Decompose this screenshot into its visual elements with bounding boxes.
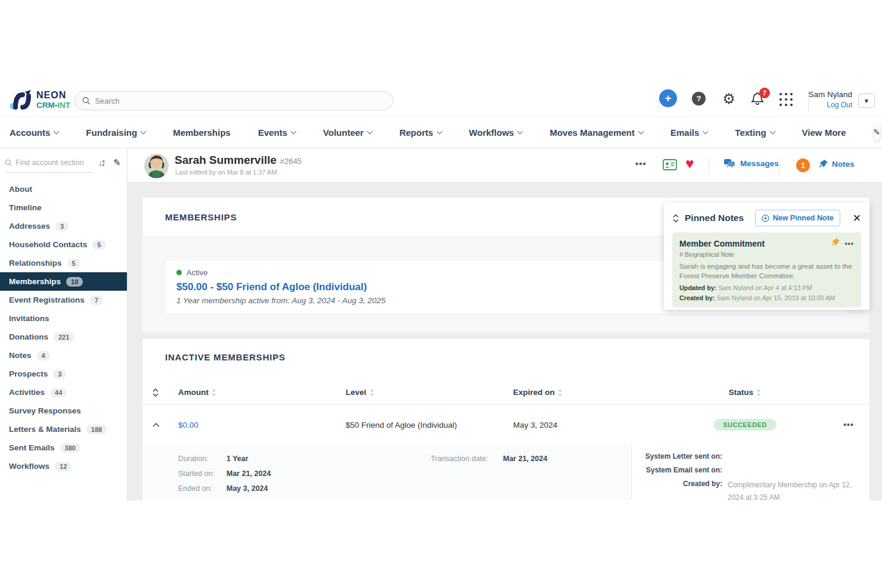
- sort-icon: [369, 389, 374, 396]
- chevron-down-icon: [638, 128, 644, 134]
- logo-int-text: INT: [57, 101, 70, 110]
- account-sidebar: ↓AZ ✎ About Timeline Addresses3 Househol…: [0, 149, 128, 500]
- nav-accounts[interactable]: Accounts: [10, 127, 58, 138]
- find-section-box[interactable]: [5, 158, 93, 173]
- help-icon[interactable]: ?: [692, 92, 706, 105]
- nav-workflows[interactable]: Workflows: [469, 127, 523, 138]
- chevron-down-icon: [291, 128, 297, 134]
- collapse-row-icon[interactable]: [152, 422, 160, 428]
- global-search[interactable]: [74, 91, 393, 110]
- close-icon[interactable]: ✕: [853, 213, 861, 223]
- note-tag: # Biographical Note: [679, 251, 854, 258]
- messages-icon: [723, 158, 735, 169]
- messages-button[interactable]: Messages: [723, 158, 779, 169]
- sidebar-item-memberships[interactable]: Memberships10: [0, 272, 127, 291]
- gear-icon[interactable]: ⚙: [720, 88, 737, 110]
- find-section-input[interactable]: [15, 158, 86, 167]
- note-updated: Updated by: Sam Nyland on Apr 4 at 4:13 …: [679, 284, 854, 291]
- notes-button[interactable]: Notes: [819, 160, 855, 169]
- apps-grid-icon[interactable]: [779, 92, 794, 107]
- sidebar-item-household-contacts[interactable]: Household Contacts5: [0, 235, 127, 254]
- row-amount-link[interactable]: $0.00: [178, 421, 198, 430]
- nav-view-more[interactable]: View More: [802, 127, 846, 138]
- new-pinned-note-button[interactable]: New Pinned Note: [755, 210, 840, 226]
- notes-label: Notes: [832, 160, 855, 169]
- sidebar-item-donations[interactable]: Donations221: [0, 328, 127, 346]
- chevron-down-icon: [769, 128, 775, 134]
- search-input[interactable]: [95, 97, 386, 105]
- nav-memberships[interactable]: Memberships: [173, 127, 231, 138]
- pin-icon[interactable]: [831, 238, 840, 249]
- nav-moves-management[interactable]: Moves Management: [549, 127, 643, 138]
- sidebar-item-invitations[interactable]: Invitations: [0, 309, 127, 328]
- chevron-down-icon: [436, 128, 442, 134]
- profile-header: Sarah Summerville#2645 Last edited by on…: [128, 149, 882, 183]
- user-menu-dropdown[interactable]: ▼: [858, 94, 875, 108]
- detail-duration: Duration:1 Year: [142, 455, 631, 463]
- main-nav: Accounts Fundraising Memberships Events …: [0, 116, 882, 148]
- nav-events[interactable]: Events: [258, 127, 296, 138]
- column-header-status[interactable]: Status: [729, 388, 761, 397]
- sort-icon: [756, 389, 761, 396]
- add-button[interactable]: +: [659, 89, 677, 107]
- row-expired-on: May 3, 2024: [513, 421, 662, 430]
- chevron-down-icon: [703, 128, 709, 134]
- column-header-level[interactable]: Level: [346, 388, 374, 397]
- chevron-down-icon: [367, 128, 373, 134]
- last-edited-text: Last edited by on Mar 8 at 1:37 AM: [175, 169, 277, 176]
- notes-count-badge: 1: [796, 158, 810, 172]
- column-header-expired-on[interactable]: Expired on: [513, 388, 563, 397]
- favorite-heart-icon[interactable]: ♥: [685, 155, 694, 172]
- user-name: Sam Nyland: [808, 90, 852, 99]
- search-icon: [5, 159, 12, 166]
- neon-logo-icon: [8, 88, 32, 112]
- detail-started-on: Started on:Mar 21, 2024: [142, 469, 631, 478]
- chevron-down-icon: [54, 128, 60, 134]
- edit-nav-pencil-icon[interactable]: ✎: [874, 123, 881, 141]
- sidebar-item-activities[interactable]: Activities44: [0, 383, 127, 402]
- column-header-amount[interactable]: Amount: [178, 388, 216, 397]
- account-id: #2645: [280, 157, 302, 166]
- sidebar-item-survey-responses[interactable]: Survey Responses: [0, 402, 127, 420]
- app-header: NEON CRM-INT + ? ⚙ 7 Sam Nyland Log Out …: [0, 86, 882, 116]
- sort-icon: [558, 389, 563, 396]
- profile-more-icon[interactable]: •••: [635, 158, 647, 169]
- circle-plus-icon: [762, 214, 769, 222]
- nav-emails[interactable]: Emails: [670, 127, 707, 138]
- detail-created-by: Created by:Complimentary Membership on A…: [632, 480, 869, 500]
- main-content: Sarah Summerville#2645 Last edited by on…: [128, 149, 882, 500]
- note-body: Sarah is engaging and has become a great…: [679, 262, 854, 281]
- expand-all-icon[interactable]: [152, 387, 159, 398]
- nav-volunteer[interactable]: Volunteer: [323, 127, 372, 138]
- pinned-notes-title: Pinned Notes: [685, 213, 744, 223]
- detail-transaction-date: Transaction date:Mar 21, 2024: [393, 455, 547, 463]
- contact-card-icon[interactable]: [663, 159, 677, 173]
- sidebar-item-addresses[interactable]: Addresses3: [0, 217, 127, 235]
- row-details: Duration:1 Year Started on:Mar 21, 2024 …: [142, 444, 869, 500]
- note-more-icon[interactable]: •••: [844, 239, 854, 248]
- pinned-note-card: Member Commitment ••• # Biographical Not…: [672, 232, 861, 307]
- sidebar-item-sent-emails[interactable]: Sent Emails380: [0, 438, 127, 457]
- nav-texting[interactable]: Texting: [735, 127, 774, 138]
- edit-sections-pencil-icon[interactable]: ✎: [113, 157, 121, 168]
- sidebar-item-relationships[interactable]: Relationships5: [0, 254, 127, 272]
- notification-badge: 7: [759, 88, 770, 98]
- sidebar-item-letters-materials[interactable]: Letters & Materials188: [0, 420, 127, 438]
- sort-sections-icon[interactable]: ↓AZ: [98, 158, 105, 167]
- inactive-memberships-panel: INACTIVE MEMBERSHIPS Amount Level Expire…: [142, 339, 869, 500]
- neon-crm-logo: NEON CRM-INT: [8, 88, 70, 112]
- divider: [779, 157, 779, 175]
- note-created: Created by: Sam Nyland on Apr 15, 2019 a…: [679, 294, 854, 301]
- sidebar-item-timeline[interactable]: Timeline: [0, 198, 127, 217]
- divider: [709, 157, 709, 175]
- sidebar-item-about[interactable]: About: [0, 180, 127, 198]
- nav-fundraising[interactable]: Fundraising: [86, 127, 145, 138]
- sidebar-item-prospects[interactable]: Prospects3: [0, 365, 127, 383]
- logout-link[interactable]: Log Out: [808, 101, 852, 109]
- sidebar-item-event-registrations[interactable]: Event Registrations7: [0, 291, 127, 309]
- sidebar-item-notes[interactable]: Notes4: [0, 346, 127, 365]
- row-more-icon[interactable]: •••: [843, 420, 854, 430]
- sidebar-item-workflows[interactable]: Workflows12: [0, 457, 127, 475]
- collapse-expand-icon[interactable]: [672, 213, 679, 223]
- nav-reports[interactable]: Reports: [399, 127, 442, 138]
